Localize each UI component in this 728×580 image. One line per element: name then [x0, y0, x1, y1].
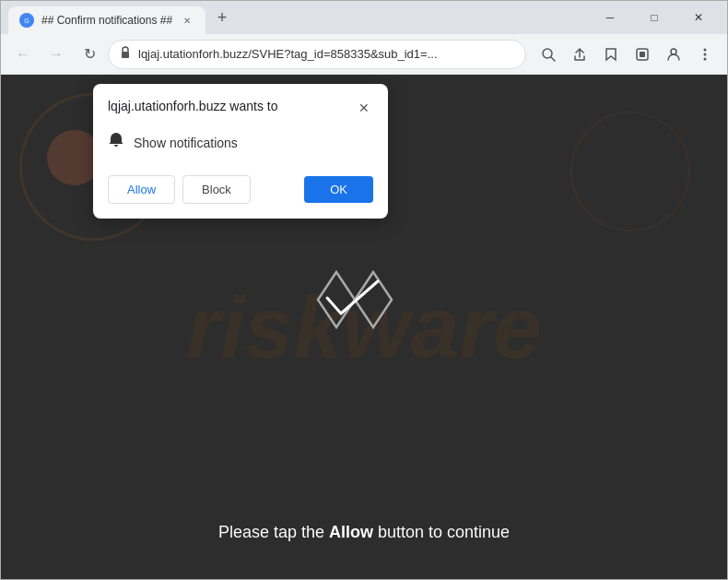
- notification-dialog: lqjaj.utationforh.buzz wants to ✕ Show n…: [93, 84, 388, 219]
- svg-point-11: [704, 57, 707, 60]
- new-tab-button[interactable]: +: [209, 5, 235, 30]
- bottom-text-before: Please tap the: [218, 523, 329, 541]
- maximize-button[interactable]: □: [633, 1, 675, 34]
- share-button[interactable]: [565, 40, 594, 69]
- allow-button[interactable]: Allow: [108, 175, 175, 204]
- minimize-button[interactable]: ─: [589, 1, 631, 34]
- dialog-header: lqjaj.utationforh.buzz wants to ✕: [93, 84, 388, 124]
- permission-text: Show notifications: [134, 136, 238, 150]
- tab-close-button[interactable]: ✕: [180, 13, 194, 28]
- lock-icon: [120, 46, 131, 62]
- back-button[interactable]: ←: [8, 40, 38, 69]
- title-bar: G ## Confirm notifications ## ✕ + ─ □ ✕: [1, 1, 727, 34]
- svg-text:G: G: [24, 18, 29, 24]
- tab-area: G ## Confirm notifications ## ✕ +: [8, 1, 589, 34]
- svg-point-8: [671, 49, 676, 54]
- svg-rect-7: [640, 52, 645, 57]
- block-button[interactable]: Block: [182, 175, 251, 204]
- dialog-title: lqjaj.utationforh.buzz wants to: [108, 99, 277, 113]
- svg-point-10: [704, 53, 707, 55]
- dialog-permission-row: Show notifications: [93, 124, 388, 168]
- dialog-actions: Allow Block OK: [93, 168, 388, 219]
- menu-button[interactable]: [690, 40, 720, 69]
- active-tab[interactable]: G ## Confirm notifications ## ✕: [8, 6, 205, 34]
- extensions-button[interactable]: [628, 40, 657, 69]
- reload-button[interactable]: ↻: [75, 40, 104, 69]
- bottom-text-bold: Allow: [329, 523, 373, 541]
- address-text: lqjaj.utationforh.buzz/SVHE?tag_id=85833…: [138, 47, 514, 61]
- dialog-close-button[interactable]: ✕: [355, 99, 373, 117]
- bell-icon: [108, 132, 124, 153]
- toolbar: ← → ↻ lqjaj.utationforh.buzz/SVHE?tag_id…: [1, 34, 727, 75]
- circle-right-watermark: [570, 112, 690, 231]
- forward-button[interactable]: →: [41, 40, 71, 69]
- address-bar[interactable]: lqjaj.utationforh.buzz/SVHE?tag_id=85833…: [108, 40, 526, 69]
- bottom-instruction-text: Please tap the Allow button to continue: [218, 523, 510, 542]
- profile-button[interactable]: [659, 40, 688, 69]
- svg-marker-5: [606, 49, 616, 60]
- bottom-text-after: button to continue: [373, 523, 510, 541]
- tab-title: ## Confirm notifications ##: [41, 14, 172, 27]
- svg-rect-2: [122, 52, 129, 58]
- browser-window: G ## Confirm notifications ## ✕ + ─ □ ✕ …: [0, 0, 728, 580]
- search-button[interactable]: [534, 40, 563, 69]
- diamond-check-icon: [309, 263, 419, 340]
- ok-button[interactable]: OK: [304, 176, 373, 203]
- close-button[interactable]: ✕: [677, 1, 720, 34]
- tab-favicon: G: [19, 13, 34, 28]
- page-content: riskware Please tap the Allow button to …: [1, 75, 727, 579]
- window-controls: ─ □ ✕: [589, 1, 720, 34]
- svg-point-9: [704, 48, 707, 51]
- toolbar-icons: [534, 40, 720, 69]
- bookmark-button[interactable]: [596, 40, 626, 69]
- svg-line-4: [551, 57, 555, 61]
